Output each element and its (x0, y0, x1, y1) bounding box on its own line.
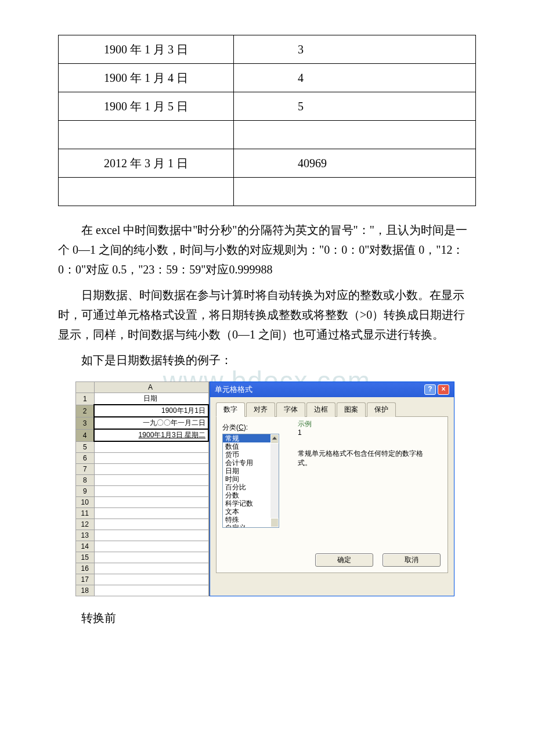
empty-cell[interactable] (94, 497, 208, 508)
row-header[interactable]: 11 (76, 508, 95, 519)
tab-patterns[interactable]: 图案 (337, 402, 366, 417)
header-cell[interactable]: 日期 (94, 393, 208, 405)
empty-cell[interactable] (94, 585, 208, 596)
date-integer-table: 1900 年 1 月 3 日 3 1900 年 1 月 4 日 4 1900 年… (58, 35, 476, 206)
dialog-tabs: 数字 对齐 字体 边框 图案 保护 (216, 402, 448, 417)
value-cell (233, 121, 475, 149)
sample-label: 示例 (298, 419, 312, 429)
value-cell: 5 (233, 92, 475, 121)
table-row: 1900 年 1 月 4 日 4 (59, 64, 476, 92)
scroll-down-icon[interactable] (272, 522, 277, 525)
row-header[interactable]: 6 (76, 453, 95, 464)
table-row (59, 178, 476, 206)
number-tab-panel: 分类(C): 常规 数值 货币 会计专用 日期 时间 百分比 分数 科学记数 文… (216, 417, 448, 573)
row-header[interactable]: 2 (76, 405, 95, 417)
empty-cell[interactable] (94, 541, 208, 552)
paragraph-example-intro: 如下是日期数据转换的例子： (58, 350, 476, 370)
empty-cell[interactable] (94, 441, 208, 453)
empty-cell[interactable] (94, 552, 208, 563)
empty-cell[interactable] (94, 519, 208, 530)
empty-cell[interactable] (94, 508, 208, 519)
date-cell (59, 121, 234, 149)
data-cell[interactable]: 1900年1月3日 星期二 (94, 429, 208, 441)
dialog-title-bar[interactable]: 单元格格式 ? × (210, 382, 454, 397)
row-header[interactable]: 17 (76, 574, 95, 585)
value-cell: 40969 (233, 149, 475, 178)
column-header-a[interactable]: A (94, 382, 208, 393)
format-cells-dialog: 单元格格式 ? × 数字 对齐 字体 边框 图案 保护 分类(C): (210, 381, 454, 596)
data-cell[interactable]: 1900年1月1日 (94, 405, 208, 417)
row-header[interactable]: 8 (76, 475, 95, 486)
date-cell: 1900 年 1 月 5 日 (59, 92, 234, 121)
paragraph-before-convert: 转换前 (58, 608, 476, 628)
row-header[interactable]: 12 (76, 519, 95, 530)
row-header[interactable]: 4 (76, 429, 95, 441)
tab-number[interactable]: 数字 (216, 402, 245, 417)
row-header[interactable]: 3 (76, 417, 95, 429)
row-header[interactable]: 1 (76, 393, 95, 405)
tab-alignment[interactable]: 对齐 (246, 402, 275, 417)
category-label: 分类(C): (222, 423, 442, 433)
table-row: 2012 年 3 月 1 日 40969 (59, 149, 476, 178)
scroll-up-icon[interactable] (272, 437, 277, 440)
sample-value: 1 (298, 429, 302, 437)
empty-cell[interactable] (94, 574, 208, 585)
empty-cell[interactable] (94, 475, 208, 486)
row-header[interactable]: 16 (76, 563, 95, 574)
row-header[interactable]: 13 (76, 530, 95, 541)
row-header[interactable]: 18 (76, 585, 95, 596)
dialog-title: 单元格格式 (215, 384, 252, 395)
row-header[interactable]: 15 (76, 552, 95, 563)
empty-cell[interactable] (94, 563, 208, 574)
empty-cell[interactable] (94, 530, 208, 541)
date-cell: 2012 年 3 月 1 日 (59, 149, 234, 178)
value-cell (233, 178, 475, 206)
empty-cell[interactable] (94, 464, 208, 475)
category-description: 常规单元格格式不包含任何特定的数字格式。 (298, 449, 431, 467)
date-cell: 1900 年 1 月 3 日 (59, 35, 234, 64)
ok-button[interactable]: 确定 (315, 553, 373, 567)
value-cell: 3 (233, 35, 475, 64)
category-listbox[interactable]: 常规 数值 货币 会计专用 日期 时间 百分比 分数 科学记数 文本 特殊 自定… (222, 434, 279, 528)
row-header[interactable]: 9 (76, 486, 95, 497)
row-header[interactable]: 5 (76, 441, 95, 453)
paragraph-time-decimal: 在 excel 中时间数据中"时分秒"的分隔符为英文的冒号"："，且认为时间是一… (58, 220, 476, 279)
listbox-scrollbar[interactable] (270, 434, 279, 527)
tab-protection[interactable]: 保护 (367, 402, 396, 417)
tab-border[interactable]: 边框 (306, 402, 335, 417)
row-header[interactable]: 10 (76, 497, 95, 508)
data-cell[interactable]: 一九〇〇年一月二日 (94, 417, 208, 429)
close-button[interactable]: × (438, 384, 449, 395)
cancel-button[interactable]: 取消 (383, 553, 441, 567)
excel-screenshot: A 1 日期 2 1900年1月1日 3 一九〇〇年一月二日 4 1900年1月… (75, 381, 459, 596)
row-header[interactable]: 7 (76, 464, 95, 475)
select-all-cell[interactable] (76, 382, 95, 393)
help-button[interactable]: ? (424, 384, 436, 395)
table-row (59, 121, 476, 149)
paragraph-date-convert: 日期数据、时间数据在参与计算时将自动转换为对应的整数或小数。在显示时，可通过单元… (58, 285, 476, 344)
table-row: 1900 年 1 月 5 日 5 (59, 92, 476, 121)
tab-font[interactable]: 字体 (276, 402, 305, 417)
worksheet: A 1 日期 2 1900年1月1日 3 一九〇〇年一月二日 4 1900年1月… (75, 381, 210, 596)
date-cell (59, 178, 234, 206)
empty-cell[interactable] (94, 486, 208, 497)
row-header[interactable]: 14 (76, 541, 95, 552)
date-cell: 1900 年 1 月 4 日 (59, 64, 234, 92)
empty-cell[interactable] (94, 453, 208, 464)
table-row: 1900 年 1 月 3 日 3 (59, 35, 476, 64)
value-cell: 4 (233, 64, 475, 92)
